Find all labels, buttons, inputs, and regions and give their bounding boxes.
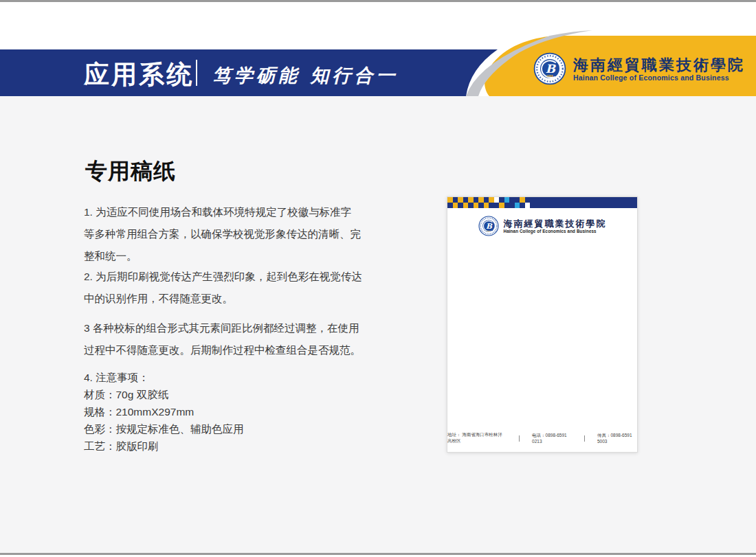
checker-cell	[453, 203, 458, 208]
letterhead-name-en: Hainan College of Economics and Business	[504, 229, 607, 234]
header-divider	[196, 60, 197, 86]
college-name-block: 海南經貿職業技術學院 Hainan College of Economics a…	[573, 56, 745, 82]
checker-cell	[447, 197, 453, 203]
checker-cell	[520, 197, 525, 203]
footer-separator	[584, 435, 585, 442]
letterhead-address: 地址： 海南省海口市桂林洋高校区	[447, 432, 507, 444]
letterhead-name-cn: 海南經貿職業技術學院	[504, 218, 607, 229]
letterhead-name-block: 海南經貿職業技術學院 Hainan College of Economics a…	[504, 218, 607, 234]
checker-cell	[489, 197, 494, 203]
paragraph-2: 2. 为后期印刷视觉传达产生强烈印象，起到色彩在视觉传达 中的识别作用，不得随意…	[84, 266, 371, 310]
college-name-en: Hainan College of Economics and Business	[573, 73, 745, 82]
motto-text: 笃学砺能 知行合一	[212, 63, 398, 88]
bottom-edge-rule	[0, 553, 756, 555]
checker-cell	[499, 203, 504, 208]
paragraph-4-specs: 4. 注意事项： 材质：70g 双胶纸 规格：210mmX297mm 色彩：按规…	[84, 369, 371, 455]
checker-cell	[515, 203, 520, 208]
letterhead-footer: 地址： 海南省海口市桂林洋高校区 电话：0898-6591 0213 传真：08…	[447, 432, 637, 444]
letterhead-checker-band	[447, 197, 637, 208]
brand-manual-page: B 1984 应用系统 笃学砺能 知行合一 海南經貿職業技術學院 Hainan …	[0, 0, 756, 557]
checker-cell	[468, 197, 474, 203]
section-title: 专用稿纸	[85, 157, 176, 187]
checker-cell	[525, 203, 531, 208]
paragraph-3: 3 各种校标的组合形式其元素间距比例都经过调整，在使用 过程中不得随意更改。后期…	[84, 317, 371, 361]
page-title: 应用系统	[84, 58, 194, 92]
letterhead-logo: 海南經貿職業技術學院 Hainan College of Economics a…	[447, 216, 637, 236]
letterhead-emblem-icon	[478, 216, 499, 236]
checker-cell	[494, 197, 500, 203]
footer-separator	[519, 435, 520, 442]
college-logo: 海南經貿職業技術學院 Hainan College of Economics a…	[533, 52, 745, 85]
paragraph-1: 1. 为适应不同使用场合和载体环境特规定了校徽与标准字 等多种常用组合方案，以确…	[84, 201, 371, 267]
letterhead-preview: 海南經貿職業技術學院 Hainan College of Economics a…	[447, 196, 638, 453]
checker-cell	[504, 197, 510, 203]
checker-cell	[463, 203, 469, 208]
checker-cell	[458, 197, 463, 203]
checker-cell	[484, 203, 489, 208]
college-name-cn: 海南經貿職業技術學院	[573, 56, 745, 73]
letterhead-phone: 电话：0898-6591 0213	[532, 433, 572, 444]
checker-cell	[474, 203, 479, 208]
college-emblem-icon	[533, 52, 566, 85]
letterhead-fax: 传真：0898-6591 5003	[597, 433, 637, 444]
checker-cell	[478, 197, 484, 203]
